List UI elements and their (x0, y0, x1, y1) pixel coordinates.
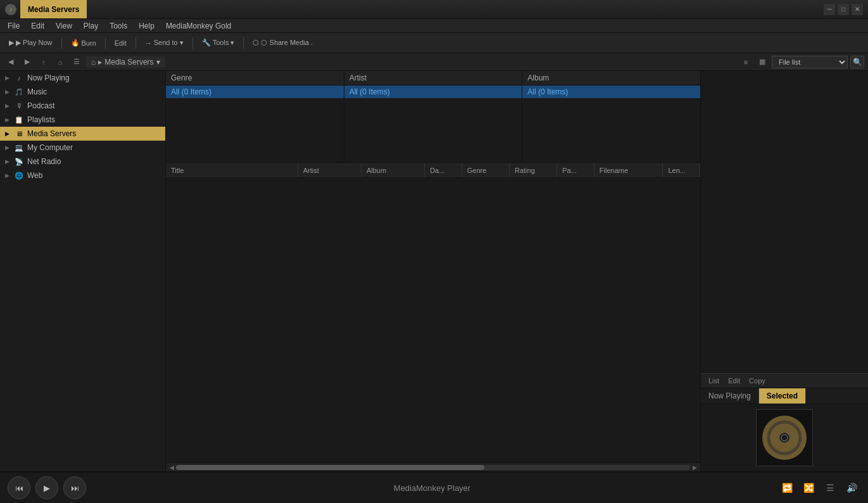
track-list-header: Title Artist Album Da... Genre Rating Pa… (166, 163, 700, 178)
col-header-filename[interactable]: Filename (594, 163, 664, 177)
tools-button[interactable]: 🔧 Tools ▾ (197, 37, 240, 49)
tab-media-servers[interactable]: Media Servers (20, 0, 87, 18)
up-button[interactable]: ↑ (37, 56, 51, 68)
send-to-icon: → (145, 39, 152, 47)
sidebar-item-podcast[interactable]: ▶ 🎙 Podcast (0, 99, 165, 113)
prev-button[interactable]: ⏮ (8, 476, 30, 499)
right-panel-top (701, 71, 868, 373)
sidebar-icon-music: 🎵 (15, 88, 23, 96)
share-media-button[interactable]: ⬡ ⬡ Share Media . (248, 37, 318, 49)
sidebar-item-my-computer[interactable]: ▶ 💻 My Computer (0, 141, 165, 155)
sidebar-icon-media-servers: 🖥 (15, 130, 23, 137)
sidebar-item-playlists[interactable]: ▶ 📋 Playlists (0, 113, 165, 127)
home-button[interactable]: ⌂ (53, 56, 67, 68)
detail-view-button[interactable]: ▦ (755, 56, 769, 68)
search-button[interactable]: 🔍 (850, 56, 864, 68)
menu-edit[interactable]: Edit (26, 19, 49, 32)
scrollbar-track[interactable] (176, 465, 690, 470)
genre-header[interactable]: Genre (166, 71, 344, 86)
scrollbar-thumb[interactable] (176, 465, 484, 470)
col-header-genre[interactable]: Genre (462, 163, 510, 177)
sidebar-arrow-my-computer: ▶ (5, 144, 9, 151)
toolbar-separator-1 (61, 37, 62, 49)
menu-view[interactable]: View (51, 19, 77, 32)
volume-button[interactable]: 🔊 (843, 479, 860, 497)
scroll-right-button[interactable]: ▶ (690, 463, 699, 472)
sidebar-item-music[interactable]: ▶ 🎵 Music (0, 85, 165, 99)
sidebar-arrow-media-servers: ▶ (5, 131, 9, 137)
col-header-rating[interactable]: Rating (510, 163, 557, 177)
file-list-dropdown[interactable]: File list (772, 56, 848, 68)
back-button[interactable]: ◀ (4, 56, 18, 68)
sidebar-arrow-web: ▶ (5, 172, 9, 179)
panel-edit-button[interactable]: Edit (726, 376, 743, 385)
menu-help[interactable]: Help (134, 19, 160, 32)
menu-file[interactable]: File (3, 19, 25, 32)
sidebar-icon-podcast: 🎙 (15, 102, 23, 110)
view-controls: ≡ ▦ File list 🔍 (739, 56, 864, 68)
minimize-button[interactable]: ─ (824, 4, 835, 15)
browser-col-genre: Genre All (0 Items) (166, 71, 344, 162)
maximize-button[interactable]: □ (838, 4, 849, 15)
play-now-button[interactable]: ▶ ▶ Play Now (4, 37, 58, 49)
col-header-title[interactable]: Title (166, 163, 298, 177)
forward-button[interactable]: ▶ (20, 56, 34, 68)
title-tabs: ♪ Media Servers (5, 0, 87, 18)
player-title: MediaMonkey Player (91, 483, 773, 493)
shuffle-button[interactable]: 🔀 (800, 479, 817, 497)
panel-copy-button[interactable]: Copy (746, 376, 768, 385)
burn-button[interactable]: 🔥 Burn (66, 37, 101, 49)
shuffle-icon: 🔀 (803, 483, 814, 493)
album-all-items[interactable]: All (0 Items) (522, 86, 700, 98)
sidebar-item-media-servers[interactable]: ▶ 🖥 Media Servers (0, 127, 165, 141)
play-button[interactable]: ▶ (35, 476, 58, 499)
artist-header[interactable]: Artist (344, 71, 522, 86)
breadcrumb-icon: ☰ (70, 56, 84, 68)
album-header[interactable]: Album (522, 71, 700, 86)
list-view-button[interactable]: ≡ (739, 56, 753, 68)
col-header-date[interactable]: Da... (425, 163, 462, 177)
panel-tab-bar: List Edit Copy (701, 374, 868, 388)
sidebar-icon-web: 🌐 (15, 172, 23, 180)
edit-button[interactable]: Edit (110, 37, 132, 49)
sidebar-arrow-net-radio: ▶ (5, 158, 9, 165)
sidebar-label-net-radio: Net Radio (27, 157, 61, 166)
right-panel-bottom: List Edit Copy Now Playing Selected (701, 373, 868, 471)
toolbar-separator-4 (192, 37, 193, 49)
col-header-album[interactable]: Album (362, 163, 425, 177)
nav-bar: ◀ ▶ ↑ ⌂ ☰ ⌂ ▸ Media Servers ▾ ≡ ▦ File l… (0, 53, 868, 71)
menu-play[interactable]: Play (79, 19, 103, 32)
col-header-length[interactable]: Len... (663, 163, 700, 177)
sidebar-item-net-radio[interactable]: ▶ 📡 Net Radio (0, 155, 165, 169)
play-now-icon: ▶ (9, 39, 14, 47)
track-list: Title Artist Album Da... Genre Rating Pa… (166, 163, 700, 471)
tab-selected[interactable]: Selected (759, 388, 806, 404)
menu-tools[interactable]: Tools (104, 19, 132, 32)
menu-mediamonkey-gold[interactable]: MediaMonkey Gold (161, 19, 236, 32)
repeat-button[interactable]: 🔁 (778, 479, 796, 497)
sidebar-icon-now-playing: ♪ (15, 74, 23, 82)
sidebar-item-now-playing[interactable]: ▶ ♪ Now Playing (0, 71, 165, 85)
artist-all-items[interactable]: All (0 Items) (344, 86, 522, 98)
toolbar-separator-2 (105, 37, 106, 49)
col-header-artist[interactable]: Artist (298, 163, 362, 177)
sidebar-arrow-playlists: ▶ (5, 117, 9, 123)
send-to-button[interactable]: → Send to ▾ (140, 37, 189, 49)
scroll-left-button[interactable]: ◀ (167, 463, 176, 472)
title-bar: ♪ Media Servers ─ □ ✕ (0, 0, 868, 19)
browser-col-artist: Artist All (0 Items) (344, 71, 523, 162)
tab-now-playing[interactable]: Now Playing (701, 388, 759, 404)
sidebar-item-web[interactable]: ▶ 🌐 Web (0, 169, 165, 182)
col-header-path[interactable]: Pa... (557, 163, 594, 177)
panel-list-button[interactable]: List (706, 376, 722, 385)
next-button[interactable]: ⏭ (63, 476, 86, 499)
playlist-button[interactable]: ☰ (821, 479, 839, 497)
genre-all-items[interactable]: All (0 Items) (166, 86, 344, 98)
toolbar-separator-3 (135, 37, 136, 49)
disc-center (781, 434, 788, 442)
sidebar-label-my-computer: My Computer (27, 143, 73, 152)
breadcrumb: ⌂ ▸ Media Servers ▾ (86, 56, 165, 68)
close-button[interactable]: ✕ (852, 4, 863, 15)
share-media-icon: ⬡ (253, 39, 259, 47)
sidebar-icon-playlists: 📋 (15, 116, 23, 124)
